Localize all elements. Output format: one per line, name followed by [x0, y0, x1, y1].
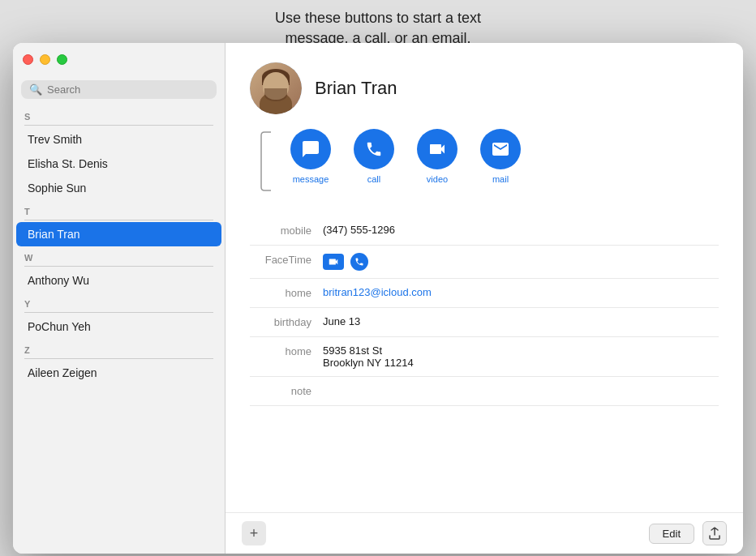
- share-button[interactable]: [702, 521, 727, 545]
- birthday-value: June 13: [323, 315, 719, 327]
- footer-right: Edit: [649, 521, 727, 545]
- address-row: home 5935 81st St Brooklyn NY 11214: [250, 337, 719, 377]
- edit-button[interactable]: Edit: [649, 524, 694, 544]
- sidebar: 🔍 S Trev Smith Elisha St. Denis Sophie S…: [13, 43, 226, 554]
- detail-pane: Brian Tran message: [226, 43, 743, 554]
- close-button[interactable]: [23, 54, 33, 65]
- call-action-group[interactable]: call: [354, 129, 394, 184]
- address-value: 5935 81st St Brooklyn NY 11214: [323, 344, 719, 369]
- contact-item-anthony-wu[interactable]: Anthony Wu: [16, 268, 221, 293]
- info-section: mobile (347) 555-1296 FaceTime: [250, 216, 719, 406]
- birthday-label: birthday: [250, 315, 323, 328]
- section-divider-s: [24, 125, 213, 126]
- action-buttons-row: message call: [290, 129, 521, 184]
- email-label: home: [250, 286, 323, 299]
- section-header-t: T: [13, 200, 225, 218]
- titlebar: [13, 43, 225, 75]
- email-value[interactable]: britran123@icloud.com: [323, 286, 719, 298]
- facetime-video-icon[interactable]: [323, 254, 344, 270]
- contact-item-pochun-yeh[interactable]: PoChun Yeh: [16, 314, 221, 339]
- contact-header: Brian Tran: [250, 62, 719, 114]
- mobile-row: mobile (347) 555-1296: [250, 216, 719, 246]
- address-line1: 5935 81st St: [323, 344, 719, 357]
- email-row: home britran123@icloud.com: [250, 279, 719, 308]
- section-divider-z: [24, 358, 213, 359]
- contact-item-trev-smith[interactable]: Trev Smith: [16, 127, 221, 152]
- address-line2: Brooklyn NY 11214: [323, 357, 719, 369]
- section-header-z: Z: [13, 339, 225, 357]
- contact-list: S Trev Smith Elisha St. Denis Sophie Sun…: [13, 105, 225, 554]
- facetime-row: FaceTime: [250, 246, 719, 279]
- section-divider-y: [24, 312, 213, 313]
- section-header-s: S: [13, 105, 225, 123]
- add-contact-button[interactable]: +: [242, 521, 266, 545]
- note-label: note: [250, 384, 323, 397]
- contact-item-aileen-zeigen[interactable]: Aileen Zeigen: [16, 361, 221, 385]
- detail-content: Brian Tran message: [226, 43, 743, 512]
- footer-left: +: [242, 521, 266, 545]
- video-button[interactable]: [417, 129, 457, 169]
- address-label: home: [250, 344, 323, 357]
- message-label: message: [293, 174, 329, 184]
- section-divider-t: [24, 220, 213, 220]
- search-input[interactable]: [47, 83, 208, 96]
- avatar-image: [250, 62, 302, 114]
- video-action-group[interactable]: video: [417, 129, 457, 184]
- mobile-value: (347) 555-1296: [323, 224, 719, 236]
- detail-footer: + Edit: [226, 512, 743, 554]
- mail-button[interactable]: [480, 129, 521, 169]
- contact-item-sophie[interactable]: Sophie Sun: [16, 176, 221, 200]
- app-window: 🔍 S Trev Smith Elisha St. Denis Sophie S…: [13, 43, 743, 554]
- section-header-w: W: [13, 246, 225, 264]
- avatar: [250, 62, 302, 114]
- search-box: 🔍: [21, 80, 217, 99]
- contact-name: Brian Tran: [315, 78, 397, 99]
- avatar-beard: [264, 88, 287, 101]
- maximize-button[interactable]: [57, 54, 67, 65]
- mail-label: mail: [492, 174, 509, 184]
- message-button[interactable]: [290, 129, 331, 169]
- contact-item-brian-tran[interactable]: Brian Tran: [16, 222, 221, 246]
- facetime-label: FaceTime: [250, 253, 323, 266]
- contact-item-elisha[interactable]: Elisha St. Denis: [16, 152, 221, 176]
- mobile-label: mobile: [250, 224, 323, 237]
- video-label: video: [427, 174, 448, 184]
- birthday-row: birthday June 13: [250, 308, 719, 337]
- note-row: note: [250, 377, 719, 406]
- section-header-y: Y: [13, 293, 225, 310]
- mail-action-group[interactable]: mail: [480, 129, 521, 184]
- action-bracket: [260, 129, 273, 194]
- facetime-icons: [323, 253, 368, 271]
- call-button[interactable]: [354, 129, 394, 169]
- facetime-phone-icon[interactable]: [350, 253, 368, 271]
- minimize-button[interactable]: [40, 54, 50, 65]
- message-action-group[interactable]: message: [290, 129, 331, 184]
- section-divider-w: [24, 266, 213, 267]
- search-icon: 🔍: [29, 83, 42, 96]
- call-label: call: [367, 174, 381, 184]
